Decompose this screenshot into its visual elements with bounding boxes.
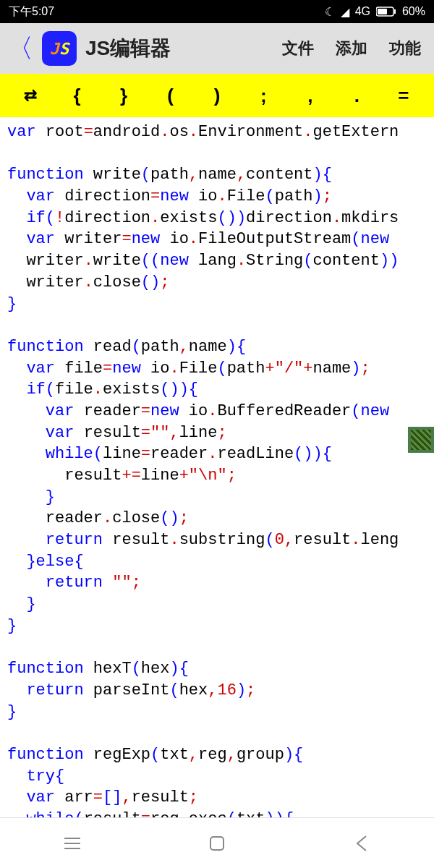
battery-icon [376,7,396,17]
symbol-dot[interactable]: . [342,85,371,107]
creeper-icon[interactable] [408,427,434,453]
nav-menu-button[interactable] [61,833,83,854]
symbol-comma[interactable]: , [296,85,325,107]
menu-function[interactable]: 功能 [389,38,421,59]
battery-percent: 60% [402,5,425,18]
symbol-lbrace[interactable]: { [63,85,92,107]
app-icon: JS [42,31,77,66]
network-label: 4G [355,5,370,18]
android-nav-bar [0,817,434,868]
back-button[interactable]: 〈 [7,31,33,67]
svg-rect-2 [378,9,387,14]
svg-rect-6 [210,837,224,850]
nav-home-button[interactable] [206,833,228,854]
status-time: 下午5:07 [9,4,54,20]
symbol-toolbar: ⇄ { } ( ) ; , . = [0,74,434,117]
svg-rect-1 [394,9,396,14]
icon-letter-s: S [59,40,69,58]
symbol-rbrace[interactable]: } [109,85,138,107]
status-bar: 下午5:07 ☾ ◢ 4G 60% [0,0,434,23]
symbol-rparen[interactable]: ) [203,85,231,107]
status-right: ☾ ◢ 4G 60% [325,5,425,19]
symbol-semi[interactable]: ; [249,85,278,107]
app-header: 〈 JS JS编辑器 文件 添加 功能 [0,23,434,74]
swap-button[interactable]: ⇄ [16,86,45,105]
menu-items: 文件 添加 功能 [282,38,427,59]
nav-back-button[interactable] [351,833,373,854]
symbol-lparen[interactable]: ( [156,85,185,107]
signal-icon: ◢ [341,5,349,19]
symbol-eq[interactable]: = [389,85,418,107]
code-editor[interactable]: var root=android.os.Environment.getExter… [0,117,434,856]
app-title: JS编辑器 [85,35,273,62]
menu-add[interactable]: 添加 [336,38,367,59]
moon-icon: ☾ [325,5,335,19]
menu-file[interactable]: 文件 [282,38,314,59]
icon-letter-j: J [50,40,59,58]
